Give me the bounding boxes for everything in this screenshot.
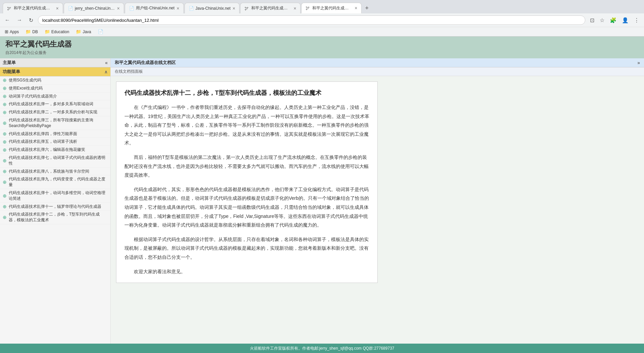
doc-template-bar: 在线文档指面板 xyxy=(111,67,644,76)
apps-icon: ⊞ xyxy=(5,29,8,34)
sidebar-item-14[interactable]: ⊕代码生成器技术乱弹十二，步枪，T型车到代码生成器，模板法的工业魔术 xyxy=(0,211,110,224)
bookmark-doc[interactable]: 📄 xyxy=(96,28,105,35)
article-para-1: 在《产生式编程》一书中，作者带我们重述历史，去探寻自动化的缘起。人类历史上第一种… xyxy=(124,103,369,148)
bookmarks-bar: ⊞ Apps 📁 DB 📁 Education 📁 Java 📄 xyxy=(0,27,644,36)
tab-2-close[interactable]: × xyxy=(117,6,120,11)
back-button[interactable]: ← xyxy=(3,16,12,24)
tab-6[interactable]: 🕊 和平之翼代码生成器SME... × xyxy=(301,3,362,13)
tab-3[interactable]: 📄 用户组-ChinaUnix.net × xyxy=(125,3,184,13)
browser-actions: ⊡ ☆ 🧩 👤 ⋮ xyxy=(588,16,641,24)
sidebar-func-collapse-button[interactable]: ∧ xyxy=(104,69,108,74)
bookmark-apps-label: Apps xyxy=(10,30,19,34)
sidebar-item-text-0: 使用SGS生成代码 xyxy=(9,77,108,83)
sidebar-icon-1: ⊕ xyxy=(3,85,7,91)
sidebar-func-menu-header: 功能菜单 ∧ xyxy=(0,67,110,76)
sidebar-item-13[interactable]: ⊕代码生成器技术乱弹十一，辐罗华理论与代码生成器 xyxy=(0,203,110,211)
sidebar-item-text-4: 代码生成器技术乱弹二，一对多关系的分析与实现 xyxy=(9,109,108,115)
bookmark-java[interactable]: 📁 Java xyxy=(74,28,93,35)
main-header-title: 和平之翼代码生成器在线文档区 xyxy=(115,60,176,66)
page-footer: 火箭船软件工作室版权所有。作者电邮:jerry_shen_sjf@qq.com … xyxy=(0,344,644,353)
forward-button[interactable]: → xyxy=(15,16,24,24)
bookmark-star[interactable]: ☆ xyxy=(598,16,606,24)
tab-4-close[interactable]: × xyxy=(232,6,235,11)
tab-3-close[interactable]: × xyxy=(176,6,179,11)
tab-5-title: 和平之翼代码生成器SME... xyxy=(251,5,291,11)
bookmark-education-label: Education xyxy=(51,30,69,34)
tab-5-favicon: 🕊 xyxy=(245,6,249,11)
tab-5-close[interactable]: × xyxy=(293,6,296,11)
main-content-header: 和平之翼代码生成器在线文档区 » xyxy=(111,58,644,67)
main-content: 和平之翼代码生成器在线文档区 » 在线文档指面板 代码生成器技术乱弹十二，步枪，… xyxy=(111,58,644,344)
main-header-collapse-button[interactable]: » xyxy=(637,60,640,65)
article-title: 代码生成器技术乱弹十二，步枪，T型车到代码生成器，模板法的工业魔术 xyxy=(124,89,369,98)
sidebar-collapse-button[interactable]: « xyxy=(105,60,108,65)
site-title: 和平之翼代码生成器 xyxy=(5,39,639,49)
sidebar-icon-9: ⊕ xyxy=(3,158,7,163)
sidebar-icon-3: ⊕ xyxy=(3,102,7,107)
tab-5[interactable]: 🕊 和平之翼代码生成器SME... × xyxy=(240,3,301,13)
sidebar-main-menu-label: 主菜单 xyxy=(3,60,16,66)
sidebar-icon-12: ⊕ xyxy=(3,193,7,198)
sidebar-main-menu-header: 主菜单 « xyxy=(0,58,110,67)
sidebar-item-8[interactable]: ⊕代码生成器技术乱弹六，编辑器在拖花徽笑 xyxy=(0,146,110,154)
tab-2-favicon: 📄 xyxy=(68,6,73,11)
tab-6-favicon: 🕊 xyxy=(306,6,310,10)
sidebar-item-text-7: 代码生成器技术乱弹五，动词算子浅析 xyxy=(9,139,108,144)
db-folder-icon: 📁 xyxy=(25,29,31,34)
doc-template-label: 在线文档指面板 xyxy=(115,69,143,74)
tab-bar: 🕊 和平之翼代码生成器宝館 × 📄 jerry_shen-ChinaUnix.n… xyxy=(0,0,644,13)
sidebar-item-7[interactable]: ⊕代码生成器技术乱弹五，动词算子浅析 xyxy=(0,138,110,146)
sidebar-icon-14: ⊕ xyxy=(3,215,7,220)
screenshot-button[interactable]: ⊡ xyxy=(588,16,596,24)
sidebar-item-10[interactable]: ⊕代码生成器技术乱弹八，系统族与笛卡尔空间 xyxy=(0,168,110,176)
address-input[interactable] xyxy=(38,15,585,25)
sidebar-item-text-13: 代码生成器技术乱弹十一，辐罗华理论与代码生成器 xyxy=(9,204,108,210)
tab-4-favicon: 📄 xyxy=(189,6,194,11)
tab-4[interactable]: 📄 Java-ChinaUnix.net × xyxy=(184,3,240,13)
profile-button[interactable]: 👤 xyxy=(620,16,631,24)
sidebar-icon-8: ⊕ xyxy=(3,147,7,153)
sidebar-func-menu-label: 功能菜单 xyxy=(3,69,20,75)
sidebar-item-11[interactable]: ⊕代码生成器技术乱弹九，代码变变变，代码生成器之度量 xyxy=(0,175,110,189)
sidebar-item-2[interactable]: ⊕动词算子式代码生成器简介 xyxy=(0,93,110,101)
site-subtitle: 自2014年起为公众服务 xyxy=(5,50,639,56)
sidebar-item-3[interactable]: ⊕代码生成器技术乱弹一，多对多关系与双域动词 xyxy=(0,100,110,108)
sidebar-item-9[interactable]: ⊕代码生成器技术乱弹七，动词算子式代码生成器的透明性 xyxy=(0,154,110,168)
tab-3-favicon: 📄 xyxy=(129,6,134,11)
sidebar-icon-6: ⊕ xyxy=(3,131,7,136)
page-header: 和平之翼代码生成器 自2014年起为公众服务 xyxy=(0,37,644,58)
page-wrapper: 和平之翼代码生成器 自2014年起为公众服务 主菜单 « 功能菜单 ∧ ⊕使用S… xyxy=(0,37,644,353)
article-para-2: 而后，福特的T型车是模板法的第二次魔法，第一次人类历史上出现了生产流水线的概念。… xyxy=(124,153,369,180)
sidebar-item-0[interactable]: ⊕使用SGS生成代码 xyxy=(0,76,110,84)
sidebar-item-6[interactable]: ⊕代码生成器技术乱弹四，弹性万能界面 xyxy=(0,130,110,138)
sidebar-icon-0: ⊕ xyxy=(3,77,7,83)
new-tab-button[interactable]: + xyxy=(362,5,371,12)
sidebar-icon-2: ⊕ xyxy=(3,94,7,99)
sidebar-item-text-9: 代码生成器技术乱弹七，动词算子式代码生成器的透明性 xyxy=(9,155,108,166)
bookmark-apps[interactable]: ⊞ Apps xyxy=(3,28,21,35)
sidebar-item-5[interactable]: ⊕代码生成器技术乱弹三，所有字段搜索的主查询SearchByFieldsByPa… xyxy=(0,116,110,130)
tab-1[interactable]: 🕊 和平之翼代码生成器宝館 × xyxy=(3,3,63,13)
tab-2-title: jerry_shen-ChinaUnix.ne... xyxy=(75,6,115,11)
sidebar-item-1[interactable]: ⊕使用Excel生成代码 xyxy=(0,84,110,93)
bookmark-education[interactable]: 📁 Education xyxy=(43,28,71,35)
sidebar-item-text-14: 代码生成器技术乱弹十二，步枪，T型车到代码生成器，模板法的工业魔术 xyxy=(9,212,108,223)
sidebar-item-12[interactable]: ⊕代码生成器技术乱弹十，动词与多维空间，动词空格理论简述 xyxy=(0,189,110,203)
sidebar-item-4[interactable]: ⊕代码生成器技术乱弹二，一对多关系的分析与实现 xyxy=(0,108,110,116)
tab-2[interactable]: 📄 jerry_shen-ChinaUnix.ne... × xyxy=(64,3,124,13)
bookmark-java-label: Java xyxy=(83,30,91,34)
tab-6-title: 和平之翼代码生成器SME... xyxy=(312,5,353,11)
reload-button[interactable]: ↻ xyxy=(27,16,35,24)
sidebar-icon-10: ⊕ xyxy=(3,169,7,174)
address-bar-row: ← → ↻ ⊡ ☆ 🧩 👤 ⋮ xyxy=(0,13,644,27)
menu-button[interactable]: ⋮ xyxy=(632,16,641,24)
article-container[interactable]: 代码生成器技术乱弹十二，步枪，T型车到代码生成器，模板法的工业魔术 在《产生式编… xyxy=(111,76,644,344)
article-box: 代码生成器技术乱弹十二，步枪，T型车到代码生成器，模板法的工业魔术 在《产生式编… xyxy=(116,81,378,283)
bookmark-db[interactable]: 📁 DB xyxy=(23,28,40,35)
tab-6-close[interactable]: × xyxy=(355,5,357,11)
sidebar-icon-11: ⊕ xyxy=(3,179,7,185)
extension-button[interactable]: 🧩 xyxy=(608,16,619,24)
sidebar-icon-13: ⊕ xyxy=(3,204,7,209)
tab-1-close[interactable]: × xyxy=(56,6,59,11)
sidebar-item-text-2: 动词算子式代码生成器简介 xyxy=(9,94,108,99)
